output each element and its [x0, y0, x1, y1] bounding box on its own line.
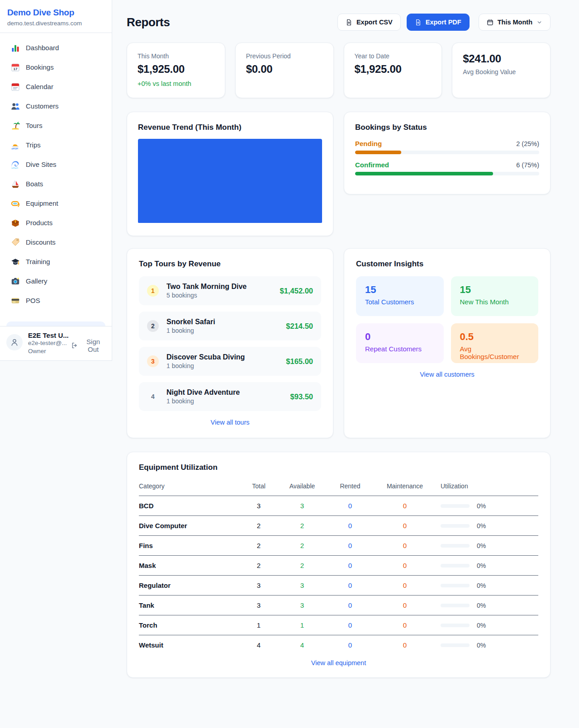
sidebar-item-label: Boats — [26, 180, 43, 188]
sign-out-button[interactable]: Sign Out — [71, 338, 105, 353]
tour-name: Discover Scuba Diving — [166, 353, 245, 362]
tile-value: 15 — [460, 284, 530, 296]
utilization-percent: 0% — [477, 622, 486, 629]
view-all-tours-link[interactable]: View all tours — [139, 419, 321, 426]
equipment-available: 2 — [277, 556, 327, 576]
panel-title: Top Tours by Revenue — [139, 260, 321, 269]
equipment-category: Regulator — [139, 576, 241, 596]
equipment-maintenance: 0 — [373, 556, 437, 576]
sidebar-item-label: Products — [26, 219, 52, 227]
sidebar-nav: Dashboard Bookings Calendar Customers To… — [0, 33, 112, 326]
export-pdf-button[interactable]: Export PDF — [407, 14, 470, 31]
equipment-total: 3 — [241, 496, 277, 516]
page-header: Reports Export CSV Export PDF This Month — [127, 14, 551, 31]
utilization-bar — [441, 524, 470, 528]
equipment-utilization-panel: Equipment Utilization Category Total Ava… — [127, 452, 551, 678]
equipment-category: Mask — [139, 556, 241, 576]
equipment-rented: 0 — [327, 516, 373, 536]
status-bar-fill — [355, 151, 401, 154]
tour-revenue: $214.50 — [286, 322, 313, 331]
sidebar-item-reports-partial[interactable] — [6, 321, 105, 326]
top-tours-panel: Top Tours by Revenue 1 Two Tank Morning … — [127, 248, 333, 438]
status-count: 6 (75%) — [516, 161, 539, 169]
sidebar-item-products[interactable]: Products — [6, 213, 105, 232]
equipment-available: 4 — [277, 635, 327, 652]
equipment-category: Torch — [139, 615, 241, 635]
status-row-pending: Pending 2 (25%) — [355, 140, 539, 154]
sidebar-item-equipment[interactable]: Equipment — [6, 194, 105, 213]
status-bar-fill — [355, 172, 493, 175]
rank-badge: 1 — [147, 285, 159, 297]
table-row: BCD 3 3 0 0 0% — [139, 496, 538, 516]
view-all-equipment-link[interactable]: View all equipment — [139, 659, 538, 667]
sidebar-item-pos[interactable]: POS — [6, 291, 105, 310]
tour-name: Snorkel Safari — [166, 317, 215, 327]
equipment-available: 2 — [277, 516, 327, 536]
export-csv-button[interactable]: Export CSV — [337, 14, 401, 31]
utilization-percent: 0% — [477, 522, 486, 529]
sidebar-item-trips[interactable]: Trips — [6, 135, 105, 155]
sidebar-item-customers[interactable]: Customers — [6, 96, 105, 116]
table-row: Fins 2 2 0 0 0% — [139, 536, 538, 556]
equipment-rented: 0 — [327, 536, 373, 556]
insight-tiles: 15 Total Customers 15 New This Month 0 R… — [356, 276, 538, 363]
utilization-bar — [441, 544, 470, 548]
period-dropdown[interactable]: This Month — [479, 14, 551, 31]
equipment-category: Wetsuit — [139, 635, 241, 652]
sidebar-item-dive-sites[interactable]: Dive Sites — [6, 155, 105, 174]
user-email: e2e-tester@... — [28, 339, 66, 347]
stat-card-avg-booking-value: $241.00 Avg Booking Value — [452, 43, 551, 98]
sidebar-item-calendar[interactable]: Calendar — [6, 77, 105, 96]
tour-bookings: 1 booking — [166, 362, 194, 369]
equipment-rented: 0 — [327, 556, 373, 576]
discounts-icon — [11, 238, 20, 247]
sidebar-item-training[interactable]: Training — [6, 252, 105, 271]
stat-cards: This Month $1,925.00 +0% vs last month P… — [127, 43, 551, 98]
tour-row: 1 Two Tank Morning Dive5 bookings $1,452… — [139, 276, 321, 305]
view-all-customers-link[interactable]: View all customers — [356, 371, 538, 378]
dive-sites-icon — [11, 160, 20, 169]
utilization-bar — [441, 504, 470, 508]
equipment-total: 1 — [241, 615, 277, 635]
shop-name: Demo Dive Shop — [7, 8, 104, 18]
boats-icon — [11, 180, 20, 189]
panel-title: Revenue Trend (This Month) — [138, 123, 322, 132]
tile-label: Repeat Customers — [365, 345, 435, 353]
sidebar-item-label: Customers — [26, 102, 59, 110]
sidebar-item-boats[interactable]: Boats — [6, 174, 105, 194]
equipment-table: Category Total Available Rented Maintena… — [139, 478, 538, 652]
status-bar-track — [355, 151, 539, 154]
equipment-maintenance: 0 — [373, 596, 437, 615]
dashboard-icon — [11, 43, 20, 52]
sidebar-item-label: Training — [26, 258, 50, 265]
gallery-icon — [11, 277, 20, 286]
table-row: Wetsuit 4 4 0 0 0% — [139, 635, 538, 652]
products-icon — [11, 218, 20, 227]
utilization-bar — [441, 643, 470, 647]
sidebar-item-gallery[interactable]: Gallery — [6, 271, 105, 291]
sidebar-item-bookings[interactable]: Bookings — [6, 57, 105, 77]
equipment-category: Tank — [139, 596, 241, 615]
tile-value: 0.5 — [460, 331, 530, 343]
sidebar-item-tours[interactable]: Tours — [6, 116, 105, 135]
equipment-total: 3 — [241, 596, 277, 615]
utilization-percent: 0% — [477, 642, 486, 649]
stat-label: Previous Period — [246, 52, 323, 60]
tile-label: Total Customers — [365, 298, 435, 306]
bookings-by-status-panel: Bookings by Status Pending 2 (25%) Confi… — [344, 112, 551, 194]
sidebar-item-label: Trips — [26, 141, 41, 149]
sidebar-item-discounts[interactable]: Discounts — [6, 232, 105, 252]
tour-revenue: $93.50 — [290, 392, 313, 401]
tour-revenue: $1,452.00 — [280, 287, 313, 295]
sidebar-item-label: Calendar — [26, 83, 53, 90]
tour-bookings: 1 booking — [166, 327, 194, 334]
table-row: Torch 1 1 0 0 0% — [139, 615, 538, 635]
stat-card-previous-period: Previous Period $0.00 — [235, 43, 334, 98]
status-row-confirmed: Confirmed 6 (75%) — [355, 161, 539, 175]
user-meta: E2E Test U... e2e-tester@... Owner — [28, 331, 66, 355]
utilization-percent: 0% — [477, 502, 486, 510]
equipment-rented: 0 — [327, 635, 373, 652]
sidebar-item-dashboard[interactable]: Dashboard — [6, 38, 105, 57]
utilization-bar — [441, 564, 470, 567]
column-header: Utilization — [437, 478, 538, 496]
